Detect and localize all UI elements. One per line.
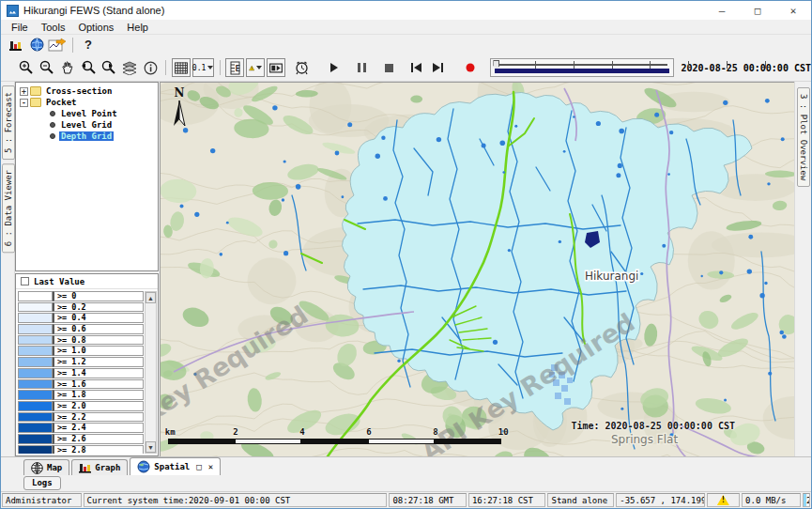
time-slider[interactable] — [490, 58, 673, 77]
tree-item[interactable]: Depth Grid — [20, 131, 158, 142]
grid-display-icon[interactable] — [172, 58, 191, 77]
tree-item-label: Pocket — [44, 98, 79, 107]
north-arrow-icon — [172, 100, 187, 128]
legend-row: >= 1.0 — [18, 346, 144, 356]
last-value-checkbox[interactable] — [21, 277, 29, 285]
tree-expander[interactable]: - — [20, 99, 28, 107]
help-icon: ? — [84, 38, 92, 52]
scroll-up-icon[interactable]: ▲ — [146, 292, 156, 303]
status-warning[interactable] — [707, 493, 740, 507]
legend-color-swatch — [18, 412, 53, 423]
tree-node-icon — [30, 98, 41, 107]
logs-tab[interactable]: Logs — [23, 476, 61, 490]
current-time-label: 2020-08-25 00:00:00 CST — [682, 63, 811, 73]
zoom-previous-icon[interactable] — [79, 58, 98, 77]
scale-tick-label: 4 — [299, 427, 304, 437]
time-slider-range — [495, 69, 668, 73]
map-time-label: Time: 2020-08-25 00:00:00 CST — [571, 421, 735, 431]
legend-color-swatch — [18, 324, 53, 334]
tab-plot-overview[interactable]: 3 : Plot Overview — [797, 87, 810, 187]
tab-forecast[interactable]: 5 : Forecast — [2, 85, 15, 160]
legend-threshold-label: >= 2.2 — [53, 412, 144, 423]
pause-button[interactable] — [352, 58, 371, 77]
spatial-close-icon[interactable]: ✕ — [208, 462, 213, 471]
zoom-in-icon[interactable] — [17, 58, 36, 77]
database-icon[interactable] — [7, 36, 25, 54]
menu-item[interactable]: Help — [120, 21, 155, 34]
menu-item[interactable]: Options — [71, 21, 120, 34]
spatial-maximize-icon[interactable]: □ — [196, 462, 201, 471]
north-arrow: N — [168, 86, 191, 128]
menu-item[interactable]: File — [5, 21, 35, 34]
right-tab-strip: 3 : Plot Overview — [794, 82, 811, 456]
map-scale-bar: km246810 — [168, 427, 502, 444]
tree-item[interactable]: Level Grid — [20, 119, 158, 131]
info-icon[interactable] — [141, 58, 160, 77]
map-viewport[interactable]: Hikurangi Springs Flat API Key Required … — [160, 82, 796, 458]
legend-color-swatch — [18, 445, 53, 454]
maximize-button[interactable]: □ — [740, 1, 775, 20]
tree-item[interactable]: - Pocket — [20, 97, 158, 108]
tree-node-icon — [50, 133, 55, 139]
zoom-next-icon[interactable] — [100, 58, 118, 77]
legend-color-swatch — [18, 390, 53, 400]
layers-icon[interactable] — [120, 58, 139, 77]
view-tab-bar: Map Graph Spatial □ ✕ — [1, 456, 811, 475]
stop-button[interactable] — [379, 58, 398, 77]
map-canvas: Hikurangi Springs Flat API Key Required … — [161, 83, 796, 458]
legend-row: >= 2.8 — [18, 445, 144, 454]
animation-panel-icon[interactable] — [267, 58, 285, 77]
time-slider-track — [497, 64, 666, 66]
tree-item[interactable]: + Cross-section — [20, 85, 158, 97]
tab-data-viewer[interactable]: 6 : Data Viewer — [2, 163, 15, 253]
step-forward-button[interactable] — [428, 58, 447, 77]
tab-spatial[interactable]: Spatial □ ✕ — [130, 457, 221, 475]
close-button[interactable]: ✕ — [775, 1, 811, 20]
legend-row: >= 0.2 — [18, 302, 144, 313]
tree-expander[interactable]: + — [20, 87, 28, 96]
time-slider-tick — [727, 61, 728, 69]
toolbar-separator — [220, 60, 221, 75]
legend-color-swatch — [18, 379, 53, 390]
scale-tick-label: km — [165, 427, 176, 437]
scroll-down-icon[interactable]: ▼ — [146, 441, 156, 453]
map-toolbar: 0.1 E — [1, 54, 811, 82]
svg-text:E: E — [235, 64, 239, 73]
time-slider-tick — [535, 61, 536, 69]
timeseries-icon[interactable] — [48, 36, 67, 54]
pan-hand-icon[interactable] — [58, 58, 77, 77]
tree-item-label: Level Point — [59, 109, 119, 118]
scale-ruler-icon[interactable]: E — [225, 58, 244, 77]
tree-item[interactable]: Level Point — [20, 108, 158, 119]
legend-scrollbar[interactable]: ▲ ▼ — [145, 291, 157, 454]
status-mode: Stand alone — [547, 493, 614, 507]
menu-item[interactable]: Tools — [35, 21, 72, 34]
toolbar-separator — [72, 38, 73, 53]
classbreaks-dropdown[interactable]: 0.1 — [192, 58, 214, 77]
animation-clock-icon[interactable] — [292, 58, 311, 77]
place-label: Springs Flat — [611, 433, 678, 446]
record-button[interactable] — [461, 58, 480, 77]
tree-node-icon — [50, 122, 55, 128]
main-toolbar: ? — [1, 35, 811, 54]
left-panel: + Cross-section - Pocket Level Point — [15, 82, 160, 456]
legend-threshold-label: >= 1.4 — [53, 368, 144, 378]
help-button[interactable]: ? — [79, 36, 98, 54]
scale-tick-label: 2 — [233, 427, 237, 437]
menu-bar: FileToolsOptionsHelp — [1, 20, 811, 35]
zoom-out-icon[interactable] — [38, 58, 56, 77]
warning-icon — [717, 495, 729, 505]
legend-list: >= 0 >= 0.2 >= 0.4 >= 0.6 — [18, 291, 144, 454]
tab-graph[interactable]: Graph — [71, 459, 128, 475]
warning-dropdown[interactable] — [246, 58, 265, 77]
time-slider-tick — [574, 61, 575, 69]
legend-row: >= 0.6 — [18, 324, 144, 334]
tab-map[interactable]: Map — [23, 459, 69, 475]
left-tab-strip: 5 : Forecast 6 : Data Viewer — [1, 82, 15, 456]
play-button[interactable] — [325, 58, 344, 77]
step-back-button[interactable] — [406, 58, 425, 77]
legend-threshold-label: >= 2.4 — [53, 423, 144, 433]
time-slider-tick — [650, 61, 651, 69]
map-display-icon[interactable] — [27, 36, 46, 54]
minimize-button[interactable]: — — [704, 1, 740, 20]
